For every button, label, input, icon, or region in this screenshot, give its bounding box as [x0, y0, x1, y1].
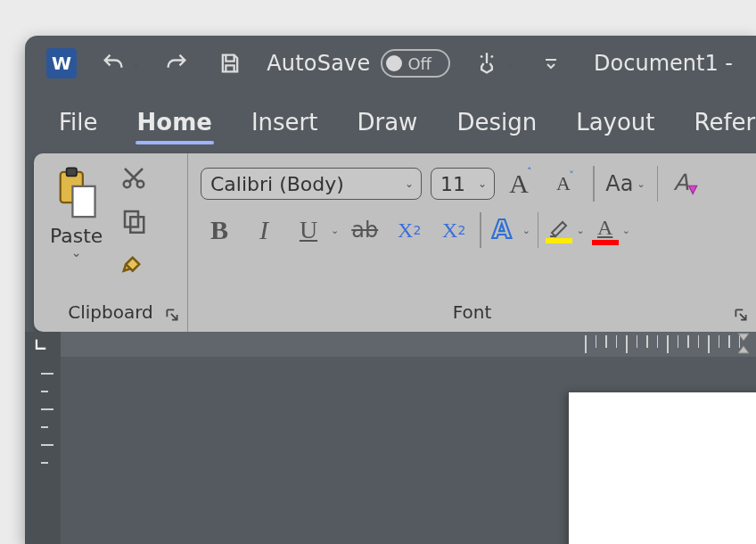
svg-marker-10: [738, 334, 749, 341]
underline-split-button[interactable]: U ⌄: [290, 212, 339, 248]
svg-rect-2: [72, 186, 94, 217]
document-title: Document1 -: [594, 51, 733, 76]
clipboard-side-buttons: [120, 161, 147, 280]
underline-icon: U: [290, 212, 327, 248]
touch-mode-split-button[interactable]: ⌄: [470, 46, 514, 80]
title-bar: W ⌄ AutoSave Off ⌄: [25, 36, 756, 91]
undo-split-button[interactable]: ⌄: [96, 46, 140, 80]
ribbon-tabs: File Home Insert Draw Design Layout Refe…: [25, 91, 756, 148]
touch-mode-icon: [470, 46, 504, 80]
save-button[interactable]: [213, 46, 247, 80]
indent-marker-icon[interactable]: [735, 332, 752, 359]
change-case-icon: Aa: [605, 171, 633, 196]
highlight-color-button[interactable]: ⌄: [546, 217, 584, 243]
group-clipboard: Paste ⌄ Clipboard: [34, 153, 187, 332]
font-group-label: Font: [201, 298, 744, 328]
font-row-2: B I U ⌄ ab X2 X2 A ⌄: [201, 212, 744, 248]
grow-font-button[interactable]: Aˆ: [504, 166, 539, 202]
separator: [538, 212, 539, 248]
separator: [480, 212, 481, 248]
font-name-value: Calibri (Body): [210, 173, 344, 195]
copy-icon: [120, 207, 147, 234]
tab-references[interactable]: References: [693, 96, 756, 148]
font-row-1: Calibri (Body) ⌄ 11 ⌄ Aˆ Aˇ A: [201, 166, 744, 202]
redo-icon: [164, 51, 189, 76]
svg-text:A: A: [673, 169, 688, 195]
highlight-icon: [546, 217, 572, 243]
redo-button[interactable]: [160, 46, 193, 80]
svg-rect-1: [66, 168, 76, 176]
clipboard-group-label: Clipboard: [46, 298, 175, 328]
copy-button[interactable]: [120, 207, 147, 237]
clipboard-body: Paste ⌄: [46, 161, 175, 298]
paste-split-button[interactable]: Paste ⌄: [46, 161, 106, 256]
customize-qat-icon: [544, 56, 558, 70]
toggle-knob: [386, 55, 402, 71]
autosave-toggle[interactable]: Off: [381, 49, 450, 78]
chevron-down-icon: ⌄: [522, 225, 530, 236]
autosave-state: Off: [407, 54, 431, 73]
chevron-down-icon: ⌄: [478, 177, 487, 190]
cut-button[interactable]: [120, 164, 147, 194]
tab-file[interactable]: File: [57, 96, 100, 148]
horizontal-ruler[interactable]: ∟: [25, 332, 756, 357]
tab-stop-selector-icon[interactable]: ∟: [34, 335, 47, 354]
customize-qat-button[interactable]: [534, 46, 568, 80]
touch-mode-dropdown-icon[interactable]: ⌄: [505, 58, 514, 70]
clear-formatting-icon: A: [670, 169, 699, 198]
undo-dropdown-icon[interactable]: ⌄: [132, 58, 140, 70]
vertical-ruler[interactable]: [25, 357, 61, 544]
autosave-label: AutoSave: [267, 51, 370, 76]
format-painter-button[interactable]: [120, 250, 147, 280]
grow-font-icon: A: [509, 169, 529, 199]
font-name-selector[interactable]: Calibri (Body) ⌄: [201, 168, 422, 200]
paste-label: Paste: [50, 225, 103, 247]
font-dialog-launcher[interactable]: [733, 307, 749, 323]
italic-button[interactable]: I: [245, 212, 283, 248]
text-effects-button[interactable]: A ⌄: [489, 215, 530, 245]
shrink-font-button[interactable]: Aˇ: [548, 166, 584, 202]
app-window: W ⌄ AutoSave Off ⌄: [25, 36, 756, 544]
text-effects-icon: A: [489, 215, 519, 245]
dialog-launcher-icon: [733, 307, 749, 323]
bold-button[interactable]: B: [201, 212, 238, 248]
scissors-icon: [120, 164, 147, 191]
superscript-button[interactable]: X2: [435, 212, 472, 248]
font-color-button[interactable]: A ⌄: [592, 216, 630, 245]
undo-icon[interactable]: [96, 46, 130, 80]
font-size-selector[interactable]: 11 ⌄: [431, 168, 495, 200]
word-app-icon-letter: W: [52, 53, 71, 74]
svg-marker-11: [738, 346, 749, 353]
font-size-value: 11: [440, 173, 465, 195]
document-page[interactable]: [569, 392, 756, 544]
clipboard-dialog-launcher[interactable]: [164, 307, 180, 323]
chevron-down-icon: ⌄: [405, 177, 414, 190]
autosave-control: AutoSave Off: [267, 49, 450, 78]
tab-layout[interactable]: Layout: [574, 96, 656, 148]
tab-home[interactable]: Home: [136, 96, 214, 148]
tab-draw[interactable]: Draw: [355, 96, 419, 148]
svg-marker-8: [689, 185, 697, 194]
separator: [657, 166, 659, 202]
word-app-icon[interactable]: W: [46, 48, 77, 78]
paintbrush-icon: [120, 250, 147, 276]
paste-dropdown-icon[interactable]: ⌄: [71, 249, 82, 256]
chevron-down-icon: ⌄: [637, 178, 645, 190]
save-icon: [218, 51, 242, 76]
clear-formatting-button[interactable]: A: [667, 166, 703, 202]
change-case-button[interactable]: Aa ⌄: [604, 166, 648, 202]
font-color-icon: A: [592, 216, 619, 245]
chevron-down-icon: ⌄: [331, 225, 339, 236]
separator: [593, 166, 595, 202]
subscript-button[interactable]: X2: [390, 212, 428, 248]
chevron-down-icon: ⌄: [622, 225, 630, 236]
chevron-down-icon: ⌄: [576, 225, 584, 236]
dialog-launcher-icon: [164, 307, 180, 323]
tab-insert[interactable]: Insert: [250, 96, 320, 148]
document-area: [25, 357, 756, 544]
tab-design[interactable]: Design: [455, 96, 538, 148]
ribbon: Paste ⌄ Clipboard: [34, 153, 756, 332]
ruler-ticks: [585, 335, 756, 353]
strikethrough-button[interactable]: ab: [346, 212, 383, 248]
group-font: Calibri (Body) ⌄ 11 ⌄ Aˆ Aˇ A: [187, 153, 756, 332]
